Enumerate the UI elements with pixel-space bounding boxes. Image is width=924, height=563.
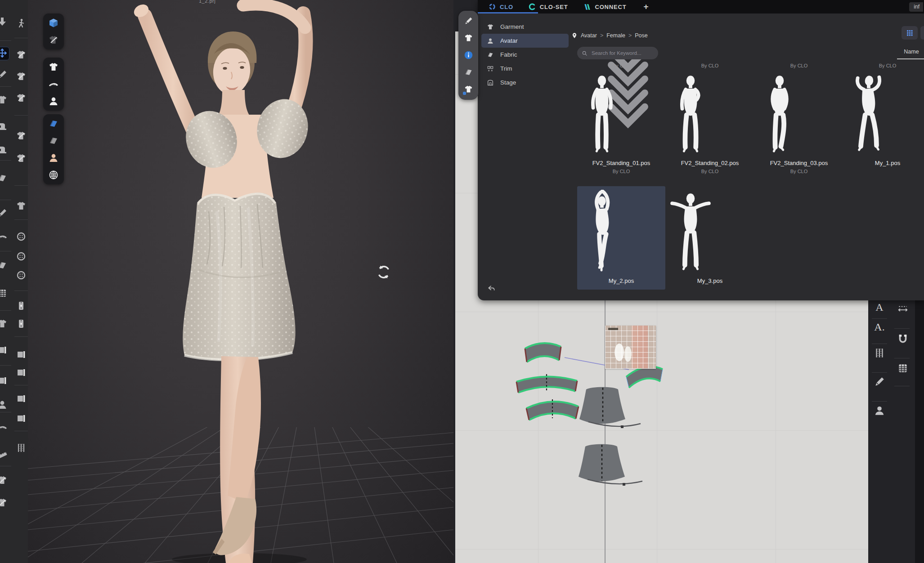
zipper-2-icon[interactable] bbox=[16, 318, 27, 329]
pose-card-fv2-standing-02[interactable]: FV2_Standing_02.pos By CLO bbox=[666, 72, 754, 174]
garment-measure-icon[interactable] bbox=[0, 475, 8, 486]
search-input[interactable] bbox=[591, 50, 651, 56]
garment-fit-icon[interactable] bbox=[0, 497, 8, 508]
skirt-back-panel[interactable] bbox=[579, 444, 642, 486]
sync-icon[interactable] bbox=[376, 263, 392, 281]
measure-tape-icon[interactable] bbox=[0, 422, 8, 433]
pose-card-fv2-standing-01[interactable]: FV2_Standing_01.pos By CLO bbox=[577, 72, 665, 174]
text-tool-icon[interactable]: A bbox=[874, 301, 885, 313]
import-icon[interactable] bbox=[0, 16, 8, 27]
cube-view-icon[interactable] bbox=[48, 18, 59, 28]
garment-favorite-icon[interactable] bbox=[464, 85, 473, 94]
pose-name: My_3.pos bbox=[666, 277, 754, 284]
tab-clo[interactable]: CLO bbox=[489, 3, 513, 10]
nav-item-fabric[interactable]: Fabric bbox=[481, 48, 569, 62]
sew-segment-icon[interactable] bbox=[16, 49, 27, 60]
chevron-down-icon[interactable] bbox=[561, 80, 566, 85]
fabric-roll-2-icon[interactable] bbox=[0, 375, 8, 386]
fabric-roll-a-icon[interactable] bbox=[16, 349, 27, 360]
pin-garment-2-icon[interactable] bbox=[16, 153, 27, 164]
back-yoke-piece[interactable] bbox=[526, 399, 579, 420]
flatten-tool-icon[interactable] bbox=[0, 288, 8, 299]
fabric-icon[interactable] bbox=[464, 67, 473, 77]
breadcrumb-female[interactable]: Female bbox=[606, 32, 625, 39]
byline: By CLO bbox=[843, 63, 924, 68]
fabric-roll-d-icon[interactable] bbox=[16, 413, 27, 424]
back-arrow-icon[interactable] bbox=[487, 284, 496, 293]
button-tool-icon[interactable] bbox=[16, 231, 27, 242]
sewing-free-icon[interactable] bbox=[0, 145, 8, 156]
button-2-icon[interactable] bbox=[16, 251, 27, 262]
buttonhole-icon[interactable] bbox=[16, 270, 27, 281]
sewing-machine-icon[interactable] bbox=[0, 121, 8, 132]
fabric-roll-icon[interactable] bbox=[0, 344, 8, 355]
avatar-view-icon[interactable] bbox=[48, 96, 59, 107]
measure-tool-icon[interactable] bbox=[897, 303, 909, 315]
pleat-tool-icon[interactable] bbox=[16, 442, 27, 453]
half-symmetry-icon[interactable] bbox=[0, 318, 8, 329]
checkered-garment-icon[interactable] bbox=[16, 201, 27, 211]
garment-reference-photo[interactable] bbox=[605, 326, 656, 369]
pen-icon[interactable] bbox=[464, 16, 473, 26]
nav-item-avatar[interactable]: Avatar bbox=[481, 34, 569, 48]
pattern-avatar-tool-icon[interactable] bbox=[874, 405, 885, 416]
skin-view-icon[interactable] bbox=[48, 152, 59, 163]
pin-view-icon[interactable] bbox=[48, 79, 59, 89]
list-view-button-partial[interactable] bbox=[920, 26, 924, 40]
grid-view-button[interactable] bbox=[902, 26, 918, 40]
sleeve-yoke-piece[interactable] bbox=[525, 343, 561, 362]
fabric-blue-view-icon[interactable] bbox=[48, 118, 59, 129]
chevron-down-icon[interactable] bbox=[561, 52, 566, 58]
fabric-roll-b-icon[interactable] bbox=[16, 367, 27, 378]
skirt-front-panel[interactable] bbox=[579, 387, 641, 428]
pose-card-my-1[interactable]: My_1.pos bbox=[843, 72, 924, 174]
sew-free-icon[interactable] bbox=[16, 71, 27, 82]
walk-pose-icon[interactable] bbox=[16, 18, 27, 29]
nav-item-stage[interactable]: Stage bbox=[481, 76, 569, 89]
zipper-icon[interactable] bbox=[16, 300, 27, 311]
tab-connect[interactable]: CONNECT bbox=[583, 4, 627, 10]
move-tool-icon[interactable] bbox=[0, 47, 9, 60]
fabric-roll-c-icon[interactable] bbox=[16, 393, 27, 404]
line-tool-icon[interactable] bbox=[0, 208, 8, 219]
fold-arrangement-icon[interactable] bbox=[0, 173, 8, 183]
breadcrumb-pose[interactable]: Pose bbox=[635, 32, 648, 39]
info-label[interactable]: inf bbox=[909, 2, 923, 12]
mesh-view-icon[interactable] bbox=[48, 35, 59, 45]
edit-texture-tool-icon[interactable] bbox=[874, 376, 885, 388]
chevron-down-icon[interactable] bbox=[561, 24, 566, 30]
chevron-down-icon[interactable] bbox=[561, 38, 566, 44]
pose-card-my-2[interactable]: My_2.pos bbox=[577, 186, 665, 290]
quilt-tool-icon[interactable] bbox=[897, 362, 909, 374]
pose-name: My_1.pos bbox=[843, 160, 924, 166]
front-yoke-piece[interactable] bbox=[516, 374, 577, 393]
new-tab-button[interactable]: + bbox=[643, 2, 648, 12]
pen-tool-icon[interactable] bbox=[0, 69, 8, 80]
tab-clo-set[interactable]: CLO-SET bbox=[529, 3, 568, 10]
breadcrumb-avatar[interactable]: Avatar bbox=[581, 32, 597, 39]
sort-by-name[interactable]: Name bbox=[899, 49, 924, 55]
transform-pattern-tool-icon[interactable] bbox=[897, 333, 909, 344]
nav-item-garment[interactable]: Garment bbox=[481, 20, 569, 34]
right-sleeve-yoke-piece[interactable] bbox=[626, 366, 663, 388]
curve-tool-icon[interactable] bbox=[0, 231, 8, 242]
garment-icon[interactable] bbox=[464, 33, 473, 43]
fabric-gray-view-icon[interactable] bbox=[48, 135, 59, 146]
nav-item-trim[interactable]: Trim bbox=[481, 62, 569, 76]
info-icon[interactable] bbox=[464, 50, 473, 60]
wireframe-globe-icon[interactable] bbox=[48, 170, 59, 180]
sew-mn-icon[interactable] bbox=[16, 93, 27, 103]
pin-garment-icon[interactable] bbox=[16, 130, 27, 141]
pose-card-my-3[interactable]: My_3.pos bbox=[666, 186, 754, 292]
garment-tool-icon[interactable] bbox=[0, 94, 8, 105]
garment-view-icon[interactable] bbox=[48, 62, 59, 72]
chevron-down-icon[interactable] bbox=[561, 66, 566, 71]
pose-name: FV2_Standing_03.pos bbox=[755, 160, 843, 166]
fabric-swatch-icon[interactable] bbox=[0, 260, 8, 271]
pleat-fold-tool-icon[interactable] bbox=[874, 347, 885, 359]
ruler-icon[interactable] bbox=[0, 448, 8, 459]
pose-card-fv2-standing-03[interactable]: FV2_Standing_03.pos By CLO bbox=[755, 72, 843, 174]
text-style-tool-icon[interactable]: A. bbox=[874, 321, 885, 333]
avatar-tool-icon[interactable] bbox=[0, 399, 8, 410]
viewport-3d[interactable]: 1_2.prj bbox=[28, 0, 453, 563]
